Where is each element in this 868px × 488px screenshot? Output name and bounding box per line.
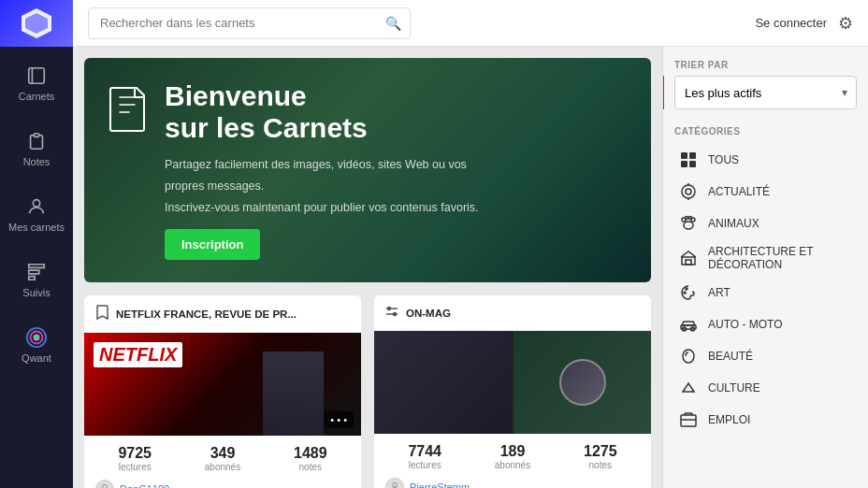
stat-onmag-lectures: 7744 lectures (408, 443, 441, 470)
card-onmag-image (374, 331, 651, 434)
card-netflix: NETFLIX FRANCE, REVUE DE PR... NETFLIX •… (84, 295, 361, 488)
settings-button[interactable]: ⚙ (838, 13, 853, 34)
svg-point-10 (394, 313, 397, 316)
card-onmag-author: PierreStemm... (374, 474, 651, 488)
category-tous[interactable]: TOUS (674, 144, 857, 176)
svg-point-24 (689, 217, 692, 220)
sidebar-item-notes[interactable]: Notes (0, 116, 73, 181)
hero-banner: Bienvenue sur les Carnets Partagez facil… (84, 58, 651, 282)
culture-icon (678, 378, 699, 398)
sidebar-notes-label: Notes (23, 156, 51, 167)
svg-point-11 (393, 483, 398, 488)
category-tous-label: TOUS (708, 153, 739, 166)
content-area: Bienvenue sur les Carnets Partagez facil… (73, 47, 868, 488)
svg-point-9 (388, 308, 391, 310)
sidebar-carnets-label: Carnets (19, 91, 55, 102)
qwant-icon (25, 326, 48, 349)
hero-text: Bienvenue sur les Carnets Partagez facil… (165, 80, 479, 260)
actualite-icon (678, 181, 699, 202)
emploi-icon (678, 409, 699, 430)
category-beaute-label: BEAUTÉ (708, 350, 753, 363)
sort-label: TRIER PAR (674, 60, 857, 70)
category-auto-moto[interactable]: AUTO - MOTO (674, 309, 857, 340)
auto-moto-icon (678, 314, 699, 335)
animaux-icon (678, 213, 699, 234)
netflix-more-btn: • • • (324, 411, 354, 428)
svg-rect-26 (686, 260, 691, 265)
cards-grid: NETFLIX FRANCE, REVUE DE PR... NETFLIX •… (84, 295, 651, 488)
category-culture-label: CULTURE (708, 381, 760, 395)
hero-icon (107, 84, 148, 141)
sidebar-item-qwant[interactable]: Qwant (0, 312, 73, 378)
sidebar: Carnets Notes Mes carnets Suivis Qwant (0, 0, 73, 488)
art-icon (678, 282, 699, 303)
category-art[interactable]: ART (674, 277, 857, 309)
category-art-label: ART (708, 286, 731, 299)
netflix-logo-text: NETFLIX (99, 344, 177, 365)
category-auto-moto-label: AUTO - MOTO (708, 318, 783, 331)
hero-title-line2: sur les Carnets (165, 111, 479, 145)
svg-rect-14 (681, 161, 687, 167)
search-container: 🔍 (88, 7, 411, 39)
feed: Bienvenue sur les Carnets Partagez facil… (73, 47, 662, 488)
sort-select[interactable]: Les plus actifs Les plus récents Les plu… (674, 76, 857, 109)
sidebar-qwant-label: Qwant (22, 352, 51, 364)
svg-point-23 (686, 217, 688, 220)
sidebar-suivis-label: Suivis (22, 287, 50, 298)
card-netflix-image: NETFLIX • • • (84, 333, 361, 436)
inscription-button[interactable]: Inscription (165, 229, 260, 260)
main-area: 🔍 Se connecter ⚙ Bienvenue sur les Carn (73, 0, 868, 488)
stat-netflix-abonnes: 349 abonnés (205, 445, 240, 472)
card-onmag-header: ON-MAG (374, 295, 651, 331)
category-beaute[interactable]: BEAUTÉ (674, 340, 857, 372)
svg-point-20 (684, 222, 693, 229)
netflix-author-name[interactable]: DanG1100 (120, 483, 169, 488)
suivis-icon (25, 261, 48, 283)
svg-rect-15 (689, 161, 696, 167)
sort-select-wrap: Les plus actifs Les plus récents Les plu… (674, 76, 857, 109)
hero-title-line1: Bienvenue (165, 80, 479, 111)
onmag-author-name[interactable]: PierreStemm... (410, 481, 478, 488)
card-onmag-icon (385, 305, 398, 321)
mes-carnets-icon (25, 195, 48, 218)
stat-netflix-notes: 1489 notes (294, 445, 327, 472)
header: 🔍 Se connecter ⚙ (73, 0, 868, 47)
red-bar (662, 76, 664, 109)
svg-point-28 (686, 288, 687, 290)
hero-desc3: Inscrivez-vous maintenant pour publier v… (165, 199, 479, 217)
category-animaux[interactable]: ANIMAUX (674, 208, 857, 239)
login-button[interactable]: Se connecter (755, 16, 827, 30)
svg-point-16 (682, 185, 695, 198)
card-netflix-header: NETFLIX FRANCE, REVUE DE PR... (84, 295, 361, 333)
stat-onmag-notes: 1275 notes (584, 443, 617, 470)
stat-onmag-abonnes: 189 abonnés (495, 443, 530, 470)
card-netflix-icon (95, 305, 108, 323)
onmag-avatar (385, 478, 404, 488)
svg-point-27 (684, 292, 686, 294)
sidebar-item-suivis[interactable]: Suivis (0, 247, 73, 312)
search-input[interactable] (88, 7, 411, 39)
card-netflix-stats: 9725 lectures 349 abonnés 1489 notes (84, 436, 361, 476)
category-architecture[interactable]: ARCHITECTURE ET DÉCORATION (674, 239, 857, 277)
category-architecture-label: ARCHITECTURE ET DÉCORATION (708, 245, 853, 271)
notes-icon (25, 130, 48, 152)
categories-label: CATÉGORIES (674, 126, 857, 136)
logo[interactable] (0, 0, 73, 47)
hero-desc2: propres messages. (165, 178, 479, 195)
category-culture[interactable]: CULTURE (674, 372, 857, 404)
svg-point-5 (34, 335, 39, 340)
hero-desc1: Partagez facilement des images, vidéos, … (165, 156, 479, 174)
sidebar-item-mes-carnets[interactable]: Mes carnets (0, 181, 73, 247)
category-animaux-label: ANIMAUX (708, 217, 760, 230)
svg-rect-12 (681, 152, 687, 159)
card-onmag: ON-MAG 7744 lectures (374, 295, 651, 488)
carnets-icon (25, 65, 48, 87)
category-emploi[interactable]: EMPLOI (674, 404, 857, 436)
sidebar-item-carnets[interactable]: Carnets (0, 50, 73, 116)
svg-rect-13 (689, 152, 696, 159)
svg-point-6 (103, 485, 108, 488)
svg-rect-25 (682, 257, 695, 265)
right-sidebar: TRIER PAR Les plus actifs Les plus récen… (662, 47, 868, 488)
category-actualite[interactable]: ACTUALITÉ (674, 176, 857, 208)
sidebar-mes-carnets-label: Mes carnets (8, 222, 65, 233)
